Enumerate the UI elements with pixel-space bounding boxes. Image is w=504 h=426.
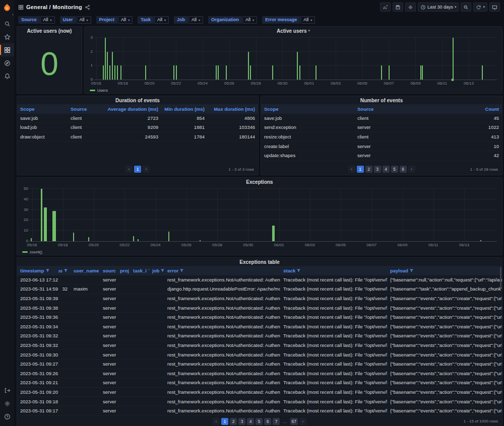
filter-icon[interactable] (410, 268, 413, 273)
variable-value-dropdown[interactable]: All▾ (242, 16, 257, 24)
filter-icon[interactable] (161, 268, 164, 273)
page-button-5[interactable]: 5 (256, 418, 263, 425)
variable-label[interactable]: Project (96, 16, 118, 24)
variable-label[interactable]: Job (174, 16, 188, 24)
add-panel-button[interactable] (380, 3, 391, 12)
variable-value-dropdown[interactable]: All▾ (40, 16, 55, 24)
chevron-down-icon: ▾ (253, 18, 254, 22)
search-icon[interactable] (0, 17, 14, 30)
column-header-sourc[interactable]: sourc (100, 266, 117, 275)
column-header-source[interactable]: Source (68, 104, 103, 114)
filter-icon[interactable] (297, 268, 300, 273)
column-header-average-duration-ms-[interactable]: Average duration (ms) (103, 104, 161, 114)
table-cell: 854 (161, 114, 208, 123)
filter-icon[interactable] (64, 268, 68, 273)
page-button-3[interactable]: 3 (238, 418, 245, 425)
variable-label[interactable]: Task (138, 16, 154, 24)
column-header-us[interactable]: us (58, 266, 71, 275)
column-header-job[interactable]: job (149, 266, 164, 275)
column-header-error[interactable]: error (164, 266, 280, 275)
variable-label[interactable]: Source (18, 16, 40, 24)
column-header-source[interactable]: Source (354, 104, 467, 114)
column-header-user-name[interactable]: user_name (71, 266, 100, 275)
panel-title[interactable]: Exceptions table (17, 258, 502, 266)
page-button-7[interactable]: 7 (273, 418, 280, 425)
page-button-2[interactable]: 2 (230, 418, 237, 425)
page-button-1[interactable]: 1 (134, 166, 141, 173)
dashboard-settings-button[interactable] (405, 3, 416, 12)
page-button-1[interactable]: 1 (221, 418, 228, 425)
table-cell (130, 360, 149, 369)
filter-icon[interactable] (46, 268, 49, 273)
table-cell (149, 275, 164, 285)
next-page-button[interactable]: › (299, 418, 306, 425)
prev-page-button[interactable]: ‹ (213, 418, 220, 425)
column-header-scope[interactable]: Scope (17, 104, 68, 114)
settings-icon[interactable] (0, 397, 14, 410)
column-header-proj[interactable]: proj (117, 266, 130, 275)
table-row: 2023-05-31 09:26:09serverrest_framework.… (17, 369, 502, 379)
chart-legend[interactable]: count() (22, 250, 42, 254)
panel-title[interactable]: Active users▾ (85, 27, 502, 35)
column-header-count[interactable]: Count (467, 104, 502, 114)
column-header-task-i[interactable]: task_i (130, 266, 149, 275)
save-dashboard-button[interactable] (393, 3, 403, 12)
sign-in-icon[interactable] (0, 384, 14, 397)
variable-value-dropdown[interactable]: All▾ (300, 16, 315, 24)
table-cell: server (100, 285, 117, 294)
table-scrollbar[interactable] (500, 267, 501, 288)
variable-value-dropdown[interactable]: All▾ (154, 16, 169, 24)
active-users-chart[interactable]: 012305/1605/1805/2005/2205/2405/2605/280… (87, 35, 500, 93)
next-page-button[interactable]: › (408, 166, 415, 173)
filter-icon[interactable] (180, 268, 183, 273)
refresh-interval-chevron-icon[interactable]: ▾ (483, 5, 485, 9)
prev-page-button[interactable]: ‹ (348, 166, 355, 173)
time-range-button[interactable]: Last 30 days ▾ (418, 3, 459, 12)
page-button-6[interactable]: 6 (400, 166, 407, 173)
variable-value-dropdown[interactable]: All▾ (188, 16, 203, 24)
page-button-2[interactable]: 2 (365, 166, 372, 173)
table-cell: 2023-05-31 14:59:59 (17, 285, 58, 294)
help-icon[interactable] (0, 410, 14, 423)
cycle-view-button[interactable] (489, 3, 500, 12)
column-header-timestamp[interactable]: timestamp (17, 266, 58, 275)
next-page-button[interactable]: › (143, 166, 150, 173)
page-button-3[interactable]: 3 (374, 166, 381, 173)
variable-label[interactable]: Error message (262, 16, 300, 24)
chart-legend[interactable]: Users (90, 88, 108, 93)
explore-icon[interactable] (0, 56, 14, 69)
panel-title[interactable]: Exceptions (17, 178, 502, 186)
table-cell: client (354, 132, 467, 141)
column-header-payload[interactable]: payload (387, 266, 502, 275)
table-cell (130, 275, 149, 285)
prev-page-button[interactable]: ‹ (125, 166, 133, 173)
column-header-max-duration-ms-[interactable]: Max duration (ms) (208, 104, 258, 114)
page-button-67[interactable]: 67 (290, 418, 298, 425)
panel-title[interactable]: Duration of events (17, 96, 258, 104)
share-icon[interactable] (85, 5, 90, 10)
variable-label[interactable]: User (60, 16, 76, 24)
exceptions-chart[interactable]: 0102030405005/1605/1805/2005/2205/2405/2… (19, 186, 500, 255)
variable-label[interactable]: Organization (208, 16, 242, 24)
expand-sidebar-button[interactable]: › (12, 12, 14, 17)
zoom-out-button[interactable] (461, 3, 471, 12)
page-button-4[interactable]: 4 (247, 418, 254, 425)
column-header-scope[interactable]: Scope (261, 104, 354, 114)
refresh-button[interactable]: ▾ (473, 3, 487, 12)
variable-value-dropdown[interactable]: All▾ (118, 16, 133, 24)
alerting-icon[interactable] (0, 69, 14, 83)
panel-title[interactable]: Number of events (261, 96, 502, 104)
dashboards-icon[interactable] (0, 43, 14, 56)
column-header-min-duration-ms-[interactable]: Min duration (ms) (161, 104, 208, 114)
legend-series-label: Users (97, 88, 108, 93)
panel-title[interactable]: Active users (now) (17, 27, 82, 35)
page-button-5[interactable]: 5 (391, 166, 398, 173)
column-header-stack[interactable]: stack (280, 266, 387, 275)
page-button-1[interactable]: 1 (357, 166, 364, 173)
grafana-logo-icon[interactable] (3, 3, 12, 12)
breadcrumb[interactable]: General / Monitoring (18, 4, 90, 10)
page-button-4[interactable]: 4 (383, 166, 390, 173)
page-button-6[interactable]: 6 (264, 418, 271, 425)
variable-value-dropdown[interactable]: All▾ (77, 16, 91, 24)
starred-icon[interactable] (0, 30, 14, 43)
